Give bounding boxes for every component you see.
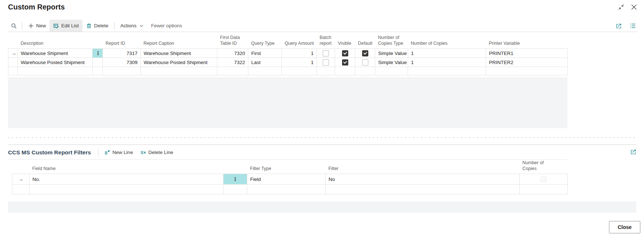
part-header-divider <box>98 149 98 156</box>
new-button[interactable]: New <box>24 20 50 32</box>
toolbar-right-icons <box>616 23 637 29</box>
search-button[interactable] <box>8 20 20 32</box>
report-id-cell[interactable]: 7317 <box>103 49 141 58</box>
first-data-table-id-cell[interactable]: 7322 <box>217 58 248 67</box>
share-icon[interactable] <box>616 23 622 29</box>
window-controls <box>618 4 637 11</box>
col-visible[interactable]: Visible <box>335 35 355 49</box>
new-line-button[interactable]: New Line <box>101 146 136 158</box>
printer-variable-cell[interactable]: PRINTER1 <box>486 49 568 58</box>
edit-list-button-label: Edit List <box>61 23 79 28</box>
delete-line-label: Delete Line <box>148 150 173 155</box>
row-options-ellipsis[interactable]: ⋮ <box>224 174 247 185</box>
part-header-underline <box>8 159 567 160</box>
new-button-label: New <box>36 23 46 28</box>
col-first-data-table-id[interactable]: First Data Table ID <box>217 35 248 49</box>
report-caption-cell[interactable]: Warehouse Shipment <box>141 49 217 58</box>
fewer-options-label: Fewer options <box>151 23 182 28</box>
first-data-table-id-cell[interactable]: 7320 <box>217 49 248 58</box>
edit-list-button[interactable]: Edit List <box>50 20 82 32</box>
part-background-panel <box>8 201 636 213</box>
row-options-ellipsis[interactable] <box>93 58 103 67</box>
filters-header-row: Field Name Filter Type Filter Number of … <box>12 160 568 174</box>
table-row: → No. ⋮ Field No <box>12 174 568 185</box>
empty-table-row[interactable] <box>12 185 568 194</box>
number-of-copies-type-cell[interactable]: Simple Value <box>375 58 408 67</box>
col-query-type[interactable]: Query Type <box>248 35 282 49</box>
new-line-icon <box>104 150 110 155</box>
number-of-copies-type-cell[interactable]: Simple Value <box>375 49 408 58</box>
filter-type-cell[interactable]: Field <box>247 174 326 185</box>
reports-header-row: Description Report ID Report Caption Fir… <box>8 35 568 49</box>
empty-table-row[interactable] <box>8 67 568 75</box>
delete-button-label: Delete <box>94 23 108 28</box>
col-number-of-copies[interactable]: Number of Copies <box>408 35 486 49</box>
plus-icon <box>28 23 34 29</box>
default-checkbox[interactable] <box>362 59 368 66</box>
toolbar-divider <box>114 22 115 29</box>
filters-part-title: CCS MS Custom Report Filters <box>8 149 91 156</box>
search-icon <box>11 23 17 29</box>
col-number-of-copies-type[interactable]: Number of Copies Type <box>375 35 408 49</box>
active-row-arrow-icon: → <box>12 174 30 185</box>
row-options-ellipsis[interactable]: ⋮ <box>93 49 103 58</box>
chevron-down-icon <box>139 24 144 28</box>
filters-part-header: CCS MS Custom Report Filters New Line De… <box>8 145 636 160</box>
batch-report-checkbox[interactable] <box>323 50 329 56</box>
visible-checkbox[interactable] <box>342 59 348 66</box>
delete-button[interactable]: Delete <box>82 20 112 32</box>
list-background-panel <box>8 77 567 128</box>
close-window-icon[interactable] <box>631 4 637 11</box>
toolbar-divider <box>22 22 22 29</box>
query-amount-cell[interactable]: 1 <box>282 49 317 58</box>
col-default[interactable]: Default <box>355 35 375 49</box>
table-row: Warehouse Posted Shipment 7309 Warehouse… <box>8 58 568 67</box>
close-button[interactable]: Close <box>609 221 640 233</box>
description-cell[interactable]: Warehouse Posted Shipment <box>18 58 93 67</box>
number-of-copies-checkbox <box>541 177 546 182</box>
col-number-of-copies[interactable]: Number of Copies <box>520 160 568 174</box>
report-id-cell[interactable]: 7309 <box>103 58 141 67</box>
reports-table: Description Report ID Report Caption Fir… <box>8 35 568 75</box>
batch-report-checkbox[interactable] <box>323 59 329 66</box>
col-filter-type[interactable]: Filter Type <box>247 160 326 174</box>
number-of-copies-cell[interactable]: 1 <box>408 58 486 67</box>
visible-checkbox[interactable] <box>342 50 348 56</box>
query-amount-cell[interactable]: 1 <box>282 58 317 67</box>
delete-line-icon <box>140 150 146 155</box>
report-caption-cell[interactable]: Warehouse Posted Shipment <box>141 58 217 67</box>
part-share-icon[interactable] <box>630 149 637 155</box>
field-name-cell[interactable]: No. <box>30 174 224 185</box>
query-type-cell[interactable]: First <box>248 49 282 58</box>
col-report-caption[interactable]: Report Caption <box>141 35 217 49</box>
col-field-name[interactable]: Field Name <box>30 160 224 174</box>
filters-table: Field Name Filter Type Filter Number of … <box>12 160 568 194</box>
edit-list-icon <box>53 23 59 29</box>
page-title: Custom Reports <box>8 3 65 11</box>
description-cell[interactable]: Warehouse Shipment <box>18 49 93 58</box>
query-type-cell[interactable]: Last <box>248 58 282 67</box>
number-of-copies-cell[interactable]: 1 <box>408 49 486 58</box>
filter-cell[interactable]: No <box>326 174 520 185</box>
active-row-arrow-icon: → <box>8 49 18 58</box>
actions-button[interactable]: Actions <box>117 20 147 32</box>
command-bar: New Edit List Delete Actions <box>8 20 637 32</box>
col-description[interactable]: Description <box>18 35 93 49</box>
custom-reports-page: Custom Reports New <box>0 0 644 237</box>
trash-icon <box>86 23 92 29</box>
fewer-options-button[interactable]: Fewer options <box>147 20 186 32</box>
table-row: → Warehouse Shipment ⋮ 7317 Warehouse Sh… <box>8 49 568 58</box>
col-printer-variable[interactable]: Printer Variable <box>486 35 568 49</box>
collapse-window-icon[interactable] <box>618 4 625 11</box>
delete-line-button[interactable]: Delete Line <box>137 146 177 158</box>
list-view-icon[interactable] <box>629 23 636 29</box>
new-line-label: New Line <box>112 150 133 155</box>
printer-variable-cell[interactable]: PRINTER2 <box>486 58 568 67</box>
col-report-id[interactable]: Report ID <box>103 35 141 49</box>
col-filter[interactable]: Filter <box>326 160 520 174</box>
default-checkbox[interactable] <box>362 50 368 56</box>
col-batch-report[interactable]: Batch report <box>317 35 335 49</box>
section-dotted-separator <box>8 137 636 138</box>
col-query-amount[interactable]: Query Amount <box>282 35 317 49</box>
actions-button-label: Actions <box>120 23 136 28</box>
